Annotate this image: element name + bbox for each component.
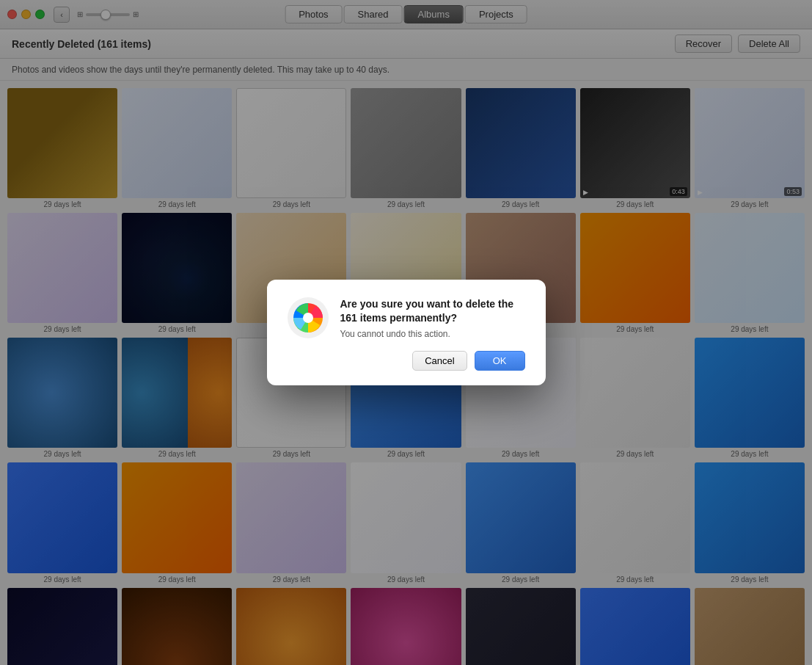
photos-app-icon: [288, 297, 329, 338]
svg-point-1: [303, 313, 313, 323]
modal-dialog: Are you sure you want to delete the 161 …: [267, 280, 546, 385]
modal-message: You cannot undo this action.: [340, 329, 525, 339]
modal-ok-button[interactable]: OK: [475, 351, 525, 371]
modal-buttons: Cancel OK: [340, 351, 525, 371]
modal-cancel-button[interactable]: Cancel: [412, 351, 467, 371]
modal-title: Are you sure you want to delete the 161 …: [340, 297, 525, 324]
modal-overlay[interactable]: Are you sure you want to delete the 161 …: [0, 0, 812, 665]
modal-content: Are you sure you want to delete the 161 …: [340, 297, 525, 370]
